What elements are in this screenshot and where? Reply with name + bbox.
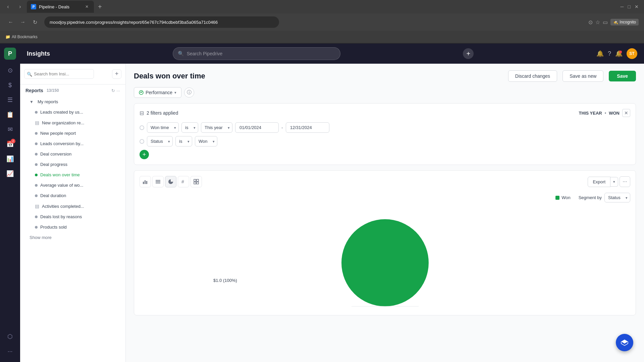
filter-field-1[interactable]: Won time	[147, 122, 179, 133]
more-nav-btn[interactable]: ···	[3, 345, 17, 358]
sidebar-item-new-org[interactable]: ▤ New organization re...	[25, 117, 120, 128]
filter-date-to[interactable]	[286, 122, 329, 133]
sidebar-item-deal-progress[interactable]: Deal progress	[25, 159, 120, 170]
products-nav-btn[interactable]: ⬡	[3, 330, 17, 343]
performance-bar: Performance ▾ ⓘ	[134, 87, 636, 98]
filter-date-from[interactable]	[235, 122, 279, 133]
close-btn[interactable]: ✕	[635, 4, 639, 9]
bell-badge-btn[interactable]: 🔔	[615, 50, 623, 57]
sidebar-item-activities[interactable]: ▤ Activities completed...	[25, 201, 120, 212]
sidebar-item-label: Deal conversion	[40, 152, 71, 157]
maximize-btn[interactable]: □	[628, 4, 631, 9]
performance-icon	[139, 90, 144, 95]
more-icon[interactable]: ···	[116, 88, 120, 93]
home-nav-btn[interactable]: ⊙	[3, 64, 17, 77]
reports-section-header[interactable]: Reports 13/150 ↻ ···	[20, 84, 125, 97]
table-btn[interactable]	[191, 176, 202, 187]
discard-changes-btn[interactable]: Discard changes	[508, 70, 557, 82]
dot-icon	[35, 216, 38, 218]
filter-radio-2[interactable]	[140, 139, 144, 144]
tab-label: Pipeline - Deals	[39, 4, 69, 9]
filter-op-2[interactable]: is	[175, 136, 192, 146]
info-btn[interactable]: ⓘ	[184, 87, 194, 98]
sidebar-item-label: Deal progress	[40, 162, 67, 167]
segment-select-wrap: Status	[604, 193, 630, 202]
insights-nav-btn[interactable]: 📈	[3, 167, 17, 180]
sidebar-item-deal-conversion[interactable]: Deal conversion	[25, 149, 120, 159]
pie-chart-btn[interactable]	[165, 176, 176, 187]
notifications-btn[interactable]: 🔔	[596, 50, 604, 57]
sidebar-item-products-sold[interactable]: Products sold	[25, 222, 120, 232]
list-icon	[155, 179, 161, 184]
save-as-new-btn[interactable]: Save as new	[562, 70, 603, 82]
bar-chart-icon	[143, 179, 148, 184]
my-reports-item[interactable]: ▼ My reports	[25, 97, 120, 107]
performance-btn[interactable]: Performance ▾	[134, 87, 181, 98]
app-logo[interactable]: P	[4, 48, 16, 60]
back-btn[interactable]: ‹	[3, 1, 13, 12]
filter-op-1[interactable]: is	[181, 122, 198, 133]
search-input[interactable]	[187, 51, 335, 56]
sidebar-icon[interactable]: ▭	[603, 19, 608, 25]
sidebar-item-new-people[interactable]: New people report	[25, 128, 120, 138]
add-filter-btn[interactable]: +	[140, 150, 149, 159]
bar-chart-btn[interactable]	[140, 176, 151, 187]
more-options-btn[interactable]: ···	[620, 176, 630, 187]
tab-close-btn[interactable]: ✕	[84, 4, 90, 10]
show-more-btn[interactable]: Show more	[20, 232, 125, 243]
sidebar-add-btn[interactable]: +	[112, 69, 121, 79]
sidebar-item-avg-value[interactable]: Average value of wo...	[25, 180, 120, 190]
back-nav-btn[interactable]: ←	[5, 17, 16, 27]
bookmarks-folder[interactable]: 📁 All Bookmarks	[5, 35, 38, 39]
sidebar-search-input[interactable]	[24, 69, 94, 79]
sidebar-item-label: Activities completed...	[42, 204, 84, 209]
export-dropdown-btn[interactable]: ▾	[610, 177, 618, 187]
active-tab[interactable]: P Pipeline - Deals ✕	[27, 1, 94, 13]
save-btn[interactable]: Save	[609, 71, 636, 81]
sidebar-item-label: Leads conversion by...	[40, 141, 84, 146]
filter-radio-1[interactable]	[140, 125, 144, 130]
segment-label: Segment by	[579, 195, 602, 200]
contacts-nav-btn[interactable]: ☰	[3, 93, 17, 107]
segment-select[interactable]: Status	[604, 193, 630, 202]
filters-clear-btn[interactable]: ✕	[622, 109, 630, 117]
filter-tag-status: WON	[609, 111, 620, 116]
fab-btn[interactable]	[616, 334, 633, 351]
calendar-nav-btn[interactable]: 📅 2	[3, 137, 17, 151]
legend-label: Won	[561, 195, 571, 200]
filter-val-2[interactable]: Won	[195, 136, 217, 146]
activities-nav-btn[interactable]: 📋	[3, 108, 17, 121]
export-main-btn[interactable]: Export	[588, 177, 610, 187]
mail-nav-btn[interactable]: ✉	[3, 123, 17, 136]
reader-icon[interactable]: ⊙	[588, 19, 593, 25]
svg-rect-3	[146, 181, 147, 184]
header-search-bar[interactable]: 🔍	[173, 47, 340, 60]
sidebar-item-deal-duration[interactable]: Deal duration	[25, 190, 120, 201]
star-icon[interactable]: ☆	[595, 19, 600, 25]
hash-btn[interactable]: #	[178, 176, 189, 187]
sidebar-item-leads-created[interactable]: Leads created by us...	[25, 107, 120, 117]
avatar[interactable]: ST	[627, 48, 637, 59]
new-tab-btn[interactable]: +	[95, 3, 105, 11]
address-bar[interactable]	[44, 16, 279, 28]
sidebar-item-leads-conversion[interactable]: Leads conversion by...	[25, 138, 120, 149]
sidebar-item-deals-lost[interactable]: Deals lost by reasons	[25, 212, 120, 222]
pie-chart-icon	[168, 179, 173, 184]
reload-btn[interactable]: ↻	[30, 17, 40, 27]
list-chart-btn[interactable]	[152, 176, 164, 187]
add-btn[interactable]: +	[463, 48, 474, 59]
sidebar-item-deals-won[interactable]: Deals won over time	[25, 170, 120, 180]
svg-rect-1	[143, 182, 144, 184]
help-btn[interactable]: ?	[608, 50, 611, 57]
forward-btn[interactable]: ›	[15, 1, 25, 12]
deals-nav-btn[interactable]: $	[3, 78, 17, 92]
donut-chart	[318, 202, 452, 310]
reports-nav-btn[interactable]: 📊	[3, 152, 17, 166]
minimize-btn[interactable]: ─	[621, 4, 624, 9]
forward-nav-btn[interactable]: →	[17, 17, 28, 27]
filter-field-2[interactable]: Status	[147, 136, 173, 146]
filters-section: ⊟ 2 filters applied THIS YEAR • WON ✕ Wo…	[134, 103, 636, 165]
my-reports-label: My reports	[38, 99, 58, 104]
refresh-icon[interactable]: ↻	[111, 88, 115, 93]
filter-val-1[interactable]: This year	[201, 122, 232, 133]
